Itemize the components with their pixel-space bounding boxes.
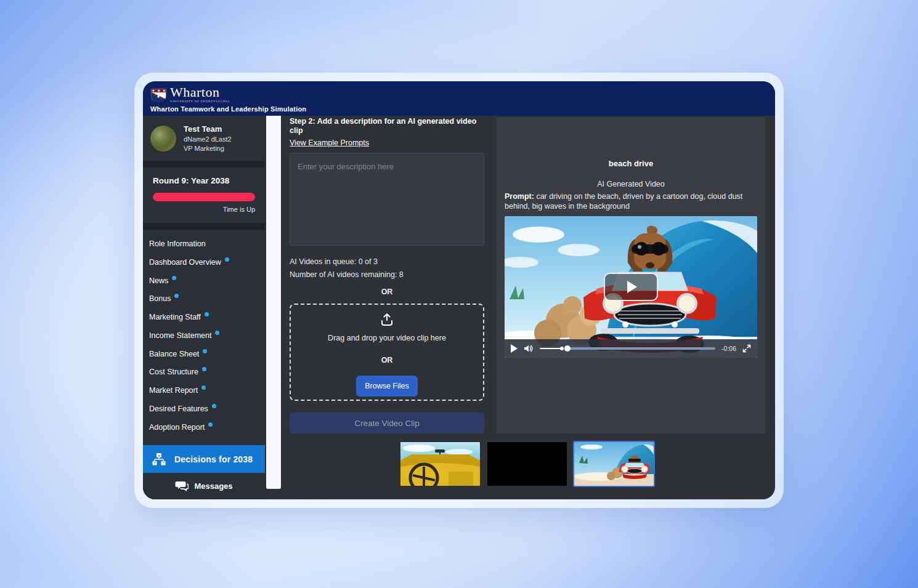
round-timer-status: Time is Up	[153, 206, 255, 213]
sidebar-nav: Role Information Dashboard Overview News…	[143, 230, 265, 445]
notification-dot	[202, 367, 206, 371]
sidebar-item-role-information[interactable]: Role Information	[143, 235, 265, 254]
video-controls-bar: -0:06	[505, 339, 757, 358]
video-dropzone[interactable]: Drag and drop your video clip here OR Br…	[290, 304, 484, 401]
play-button[interactable]	[511, 344, 518, 353]
video-type-label: AI Generated Video	[597, 180, 665, 188]
wharton-logo: Wharton University of Pennsylvania	[150, 86, 768, 103]
wharton-shield-icon	[150, 88, 167, 103]
step-title: Step 2: Add a description for an AI gene…	[290, 117, 484, 135]
notification-dot	[225, 257, 229, 262]
view-example-prompts-link[interactable]: View Example Prompts	[290, 139, 369, 147]
wharton-university-subtext: University of Pennsylvania	[170, 100, 230, 103]
video-preview-panel: beach drive AI Generated Video Prompt: c…	[497, 117, 765, 433]
notification-dot	[174, 294, 179, 298]
notification-dot	[201, 385, 206, 390]
sidebar-item-cost-structure[interactable]: Cost Structure	[143, 363, 265, 382]
sidebar-item-bonus[interactable]: Bonus	[143, 290, 265, 308]
sidebar-item-marketing-staff[interactable]: Marketing Staff	[143, 308, 265, 327]
wharton-wordmark: Wharton	[170, 86, 230, 99]
decision-tree-icon: ♦ ? ?	[152, 453, 166, 466]
play-icon	[627, 281, 637, 293]
thumbnail-black-clip[interactable]	[487, 442, 567, 486]
sidebar-item-decisions[interactable]: ♦ ? ? Decisions for 2038	[143, 445, 265, 473]
svg-text:♦: ♦	[158, 454, 160, 457]
speaker-icon[interactable]	[524, 344, 534, 353]
browse-files-button[interactable]: Browse Files	[356, 376, 418, 397]
decisions-label: Decisions for 2038	[174, 454, 253, 464]
dropzone-or-divider: OR	[381, 356, 393, 364]
sidebar-item-desired-features[interactable]: Desired Features	[143, 400, 265, 419]
sidebar-item-dashboard-overview[interactable]: Dashboard Overview	[143, 254, 265, 272]
description-input[interactable]	[290, 153, 484, 246]
chat-bubbles-icon	[175, 480, 189, 492]
messages-label: Messages	[194, 481, 232, 491]
team-avatar	[150, 126, 176, 151]
sidebar: Test Team dName2 dLast2 VP Marketing Rou…	[143, 116, 265, 499]
volume-slider[interactable]	[540, 348, 562, 349]
main-content: Step 2: Add a description for an AI gene…	[282, 116, 775, 499]
dropzone-text: Drag and drop your video clip here	[328, 334, 446, 342]
sidebar-item-adoption-report[interactable]: Adoption Report	[143, 419, 265, 437]
create-video-clip-button[interactable]: Create Video Clip	[290, 413, 484, 433]
sidebar-item-news[interactable]: News	[143, 272, 265, 291]
team-member-name: dName2 dLast2	[184, 135, 232, 143]
thumbnail-yellow-car-clip[interactable]	[400, 442, 480, 486]
team-name: Test Team	[184, 124, 232, 134]
notification-dot	[215, 331, 219, 335]
time-remaining: -0:06	[721, 345, 736, 352]
notification-dot	[212, 404, 216, 408]
sidebar-item-messages[interactable]: Messages	[143, 473, 265, 499]
sidebar-item-income-statement[interactable]: Income Statement	[143, 327, 265, 345]
notification-dot	[205, 312, 209, 316]
sidebar-item-market-report[interactable]: Market Report	[143, 382, 265, 400]
team-info-card: Test Team dName2 dLast2 VP Marketing	[143, 116, 265, 161]
or-divider: OR	[290, 288, 484, 296]
notification-dot	[172, 276, 176, 280]
app-window: Wharton University of Pennsylvania Whart…	[143, 81, 775, 499]
main-scrollbar[interactable]	[266, 116, 281, 489]
play-overlay-button[interactable]	[604, 273, 658, 301]
notification-dot	[208, 422, 213, 427]
app-title: Wharton Teamwork and Leadership Simulati…	[150, 105, 768, 113]
volume-knob[interactable]	[560, 347, 564, 350]
app-header: Wharton University of Pennsylvania Whart…	[143, 81, 775, 116]
sidebar-item-balance-sheet[interactable]: Balance Sheet	[143, 345, 265, 364]
team-role: VP Marketing	[184, 145, 232, 152]
prompt-label: Prompt:	[505, 192, 534, 201]
video-title: beach drive	[609, 159, 653, 168]
fullscreen-icon[interactable]	[742, 344, 751, 353]
upload-icon	[380, 313, 394, 326]
clip-thumbnails	[290, 442, 764, 486]
round-info-card: Round 9: Year 2038 Time is Up	[143, 167, 265, 223]
round-progress-track	[153, 193, 255, 201]
app-window-frame: Wharton University of Pennsylvania Whart…	[134, 73, 784, 508]
notification-dot	[203, 349, 207, 353]
main-scroll-gutter	[265, 116, 282, 499]
round-progress-fill	[153, 193, 255, 201]
prompt-text: car driving on the beach, driven by a ca…	[505, 192, 742, 211]
round-title: Round 9: Year 2038	[153, 176, 255, 185]
thumbnail-beach-drive-clip[interactable]	[574, 442, 654, 486]
video-player[interactable]: -0:06	[505, 216, 757, 358]
video-prompt: Prompt: car driving on the beach, driven…	[505, 191, 757, 212]
seek-knob[interactable]	[564, 345, 571, 352]
seek-bar[interactable]	[568, 347, 715, 350]
video-description-form: Step 2: Add a description for an AI gene…	[290, 117, 484, 433]
queue-status: AI Videos in queue: 0 of 3	[290, 257, 484, 266]
videos-remaining-status: Number of AI videos remaining: 8	[290, 270, 484, 279]
